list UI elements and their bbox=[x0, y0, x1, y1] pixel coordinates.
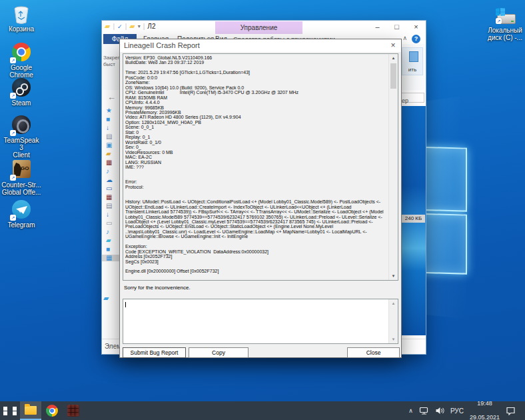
back-icon[interactable]: ← bbox=[107, 92, 116, 102]
recycle-bin-icon bbox=[13, 5, 30, 24]
lineage2-icon bbox=[67, 405, 79, 417]
pin-to-quick-access-label[interactable]: Закреп быст bbox=[103, 55, 121, 68]
desktop-screen: Корзина ↗ Google Chrome ↗ Steam ↗ TeamSp… bbox=[0, 0, 525, 420]
scroll-up-icon[interactable]: ▲ bbox=[389, 299, 398, 307]
dialog-close-icon[interactable]: × bbox=[388, 40, 398, 51]
shortcut-arrow-icon: ↗ bbox=[496, 18, 502, 24]
desktop-icon-recycle-bin[interactable]: Корзина bbox=[1, 5, 41, 33]
windows-flag-icon bbox=[500, 8, 505, 16]
windows-start-icon bbox=[13, 407, 17, 415]
icon-label: Steam bbox=[1, 99, 41, 107]
context-tab-manage[interactable]: Управление bbox=[215, 21, 302, 34]
sorry-label: Sorry for the inconvenience. bbox=[124, 285, 191, 291]
comment-input[interactable]: ▲ ▼ bbox=[123, 299, 398, 344]
desktop-icon-local-disk[interactable]: ↗ Локальный диск (С) -... bbox=[485, 8, 525, 41]
start-button[interactable] bbox=[0, 401, 20, 420]
chrome-icon bbox=[46, 405, 58, 417]
desktop-icon-telegram[interactable]: ↗ Telegram bbox=[1, 200, 41, 229]
crash-report-text[interactable]: Version: EP30_Global.NL5.V2110409.166 Bu… bbox=[125, 55, 387, 279]
comment-scrollbar[interactable]: ▲ ▼ bbox=[388, 299, 398, 343]
file-item-folder-icon[interactable]: ▰ bbox=[103, 294, 109, 303]
shortcut-arrow-icon: ↗ bbox=[10, 215, 16, 221]
clock[interactable]: 19:48 29.05.2021 bbox=[470, 400, 500, 420]
language-indicator[interactable]: РУС bbox=[450, 407, 464, 415]
scrollbar-thumb[interactable] bbox=[390, 63, 396, 89]
minimize-button[interactable]: – bbox=[368, 21, 387, 33]
maximize-button[interactable]: □ bbox=[387, 21, 406, 33]
divider: | bbox=[113, 23, 115, 30]
submit-bug-report-button[interactable]: Submit Bug Report bbox=[123, 347, 186, 358]
divider: | bbox=[125, 23, 127, 30]
report-scrollbar[interactable]: ▲ ▼ bbox=[388, 54, 398, 280]
desktop-icon-csgo[interactable]: GO ↗ Counter-Str... Global Offe... bbox=[1, 160, 41, 196]
dialog-titlebar[interactable]: LineageII Crash Report × bbox=[120, 39, 401, 52]
collapse-ribbon-icon[interactable]: ∧ bbox=[402, 35, 407, 41]
icon-label: Google Chrome bbox=[1, 64, 41, 79]
windows-start-icon bbox=[3, 407, 12, 415]
desktop-icon-chrome[interactable]: ↗ Google Chrome bbox=[1, 43, 41, 79]
tray-expand-icon[interactable]: ∧ bbox=[408, 407, 413, 414]
shortcut-arrow-icon: ↗ bbox=[10, 175, 16, 181]
file-size-value: 240 КБ bbox=[402, 215, 425, 223]
system-tray: ∧ РУС 19:48 29.05.2021 bbox=[408, 401, 525, 420]
folder-icon: ▰ bbox=[105, 22, 110, 31]
dialog-title: LineageII Crash Report bbox=[124, 41, 200, 49]
network-icon[interactable] bbox=[419, 407, 429, 415]
icon-label: TeamSpeak 3 Client bbox=[1, 137, 41, 159]
icon-label: Корзина bbox=[1, 25, 41, 33]
taskbar-lineage2-button[interactable] bbox=[63, 401, 84, 420]
close-button[interactable]: Close bbox=[347, 347, 400, 358]
action-center-icon[interactable] bbox=[506, 406, 516, 415]
new-folder-icon[interactable]: ▰ bbox=[129, 22, 135, 31]
icon-label: Локальный диск (С) -... bbox=[485, 27, 525, 41]
shortcut-arrow-icon: ↗ bbox=[10, 130, 16, 136]
ribbon-button-label: ить bbox=[402, 67, 422, 73]
ribbon-open-button[interactable]: ить bbox=[402, 47, 423, 75]
close-button[interactable]: × bbox=[406, 21, 426, 33]
ribbon-button-icon bbox=[409, 51, 418, 62]
icon-label: Counter-Str... Global Offe... bbox=[1, 181, 41, 196]
column-header-size[interactable]: ер bbox=[402, 97, 408, 104]
qat-dropdown-icon[interactable]: ▾ bbox=[138, 23, 141, 29]
taskbar: ∧ РУС 19:48 29.05.2021 bbox=[0, 401, 525, 420]
taskbar-explorer-button[interactable] bbox=[20, 401, 41, 420]
copy-button[interactable]: Copy bbox=[189, 347, 249, 358]
taskbar-chrome-button[interactable] bbox=[41, 401, 63, 420]
scroll-up-icon[interactable]: ▲ bbox=[389, 54, 398, 62]
help-icon[interactable]: ? bbox=[412, 35, 420, 43]
properties-icon[interactable]: ✓ bbox=[117, 23, 123, 30]
scroll-down-icon[interactable]: ▼ bbox=[389, 272, 398, 280]
file-explorer-icon bbox=[25, 406, 37, 415]
crash-report-textbox[interactable]: Version: EP30_Global.NL5.V2110409.166 Bu… bbox=[123, 53, 398, 281]
desktop-icon-steam[interactable]: ↗ Steam bbox=[1, 78, 41, 107]
window-title: Л2 bbox=[147, 23, 155, 30]
clock-date: 29.05.2021 bbox=[470, 414, 500, 420]
shortcut-arrow-icon: ↗ bbox=[10, 57, 16, 63]
shortcut-arrow-icon: ↗ bbox=[10, 93, 16, 99]
explorer-titlebar[interactable]: ▰ | ✓ | ▰ ▾ | Л2 Управление – □ × bbox=[102, 21, 426, 34]
clock-time: 19:48 bbox=[477, 400, 492, 407]
csgo-icon-text: GO bbox=[21, 165, 29, 171]
icon-label: Telegram bbox=[1, 221, 41, 229]
crash-report-dialog: LineageII Crash Report × Version: EP30_G… bbox=[119, 39, 402, 358]
desktop-icon-teamspeak[interactable]: ↗ TeamSpeak 3 Client bbox=[1, 115, 41, 159]
text-caret bbox=[125, 302, 126, 307]
scroll-down-icon[interactable]: ▼ bbox=[389, 335, 398, 343]
volume-icon[interactable] bbox=[435, 407, 444, 415]
divider: | bbox=[143, 23, 145, 30]
